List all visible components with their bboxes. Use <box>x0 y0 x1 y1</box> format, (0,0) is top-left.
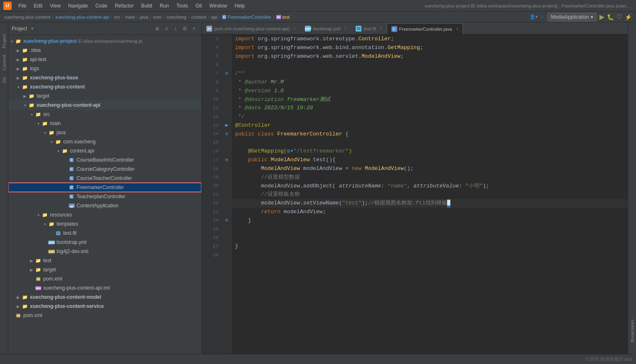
breadcrumb-com[interactable]: com <box>153 15 162 20</box>
side-tab-bookmarks[interactable]: Bookmarks <box>629 316 636 346</box>
tree-item-main[interactable]: ▾ 📁 main <box>8 119 201 128</box>
menu-help[interactable]: Help <box>231 2 248 10</box>
tree-item-log4j2[interactable]: ▶ xml log4j2-dev.xml <box>8 247 201 256</box>
breadcrumb-test-method[interactable]: test <box>282 15 290 20</box>
tree-item-templates[interactable]: ▾ 📁 templates <box>8 219 201 229</box>
fold-arrow-14[interactable]: ⊟ <box>225 131 228 138</box>
file-tree: ▾ 📁 xuecheng-plus-project E:\idea-worksp… <box>8 35 201 354</box>
side-tab-git[interactable]: Git <box>0 74 8 86</box>
tree-item-pom[interactable]: ▶ m pom.xml <box>8 274 201 283</box>
tree-item-TeacherplanController[interactable]: ▶ C TeacherplanController <box>8 192 201 201</box>
menu-build[interactable]: Build <box>138 2 156 10</box>
tab-bootstrap[interactable]: yml bootstrap.yml × <box>300 22 351 34</box>
fold-arrow-17[interactable]: ⊟ <box>225 157 228 164</box>
gutter-run-13[interactable]: ▶ <box>225 122 228 130</box>
tree-item-iml[interactable]: ▶ iml xuecheng-plus-content-api.iml <box>8 283 201 293</box>
tree-item-src[interactable]: ▾ 📁 src <box>8 110 201 119</box>
fold-arrow-24[interactable]: ⊟ <box>225 217 228 224</box>
coverage-button[interactable]: ⛉ <box>616 14 622 20</box>
menu-edit[interactable]: Edit <box>30 2 46 10</box>
java-tab-close[interactable]: × <box>456 27 458 31</box>
tree-item-bootstrap[interactable]: ▶ yml bootstrap.yml <box>8 238 201 247</box>
tree-item-target2[interactable]: ▶ 📁 target <box>8 265 201 274</box>
menu-code[interactable]: Code <box>92 2 111 10</box>
tree-item-content-api-pkg[interactable]: ▾ 📁 content.api <box>8 146 201 155</box>
tree-item-com-xuecheng[interactable]: ▾ 📁 com.xuecheng <box>8 137 201 146</box>
pom-tab-close[interactable]: × <box>294 26 296 31</box>
tree-item-ContentApplication[interactable]: ▶ ☕ ContentApplication <box>8 201 201 210</box>
breadcrumb-api2[interactable]: api <box>211 15 218 20</box>
tree-item-CourseBaseInfoController[interactable]: ▶ C CourseBaseInfoController <box>8 155 201 165</box>
collapse-button[interactable]: ≡ <box>162 25 171 33</box>
profile-button[interactable]: ⚡ <box>625 14 632 20</box>
breadcrumb-main[interactable]: main <box>125 15 135 20</box>
tree-item-project-root[interactable]: ▾ 📁 xuecheng-plus-project E:\idea-worksp… <box>8 37 201 46</box>
arrow-icon: ▶ <box>28 266 35 273</box>
tree-item-content-api[interactable]: ▾ 📁 xuecheng-plus-content-api <box>8 101 201 110</box>
menu-window[interactable]: Window <box>206 2 230 10</box>
tree-item-api-test[interactable]: ▶ 📁 api-test <box>8 55 201 64</box>
tree-item-testftl[interactable]: ▶ ftl test.ftl <box>8 229 201 238</box>
breadcrumb-src[interactable]: src <box>114 15 120 20</box>
bootstrap-tab-close[interactable]: × <box>344 26 346 31</box>
code-editor[interactable]: 3 4 5 6 7 8 9 10 11 12 13 14 15 16 17 18 <box>202 35 628 354</box>
menu-refactor[interactable]: Refactor <box>111 2 137 10</box>
ftl-tab-close[interactable]: × <box>380 26 382 31</box>
tree-item-CourseTeacherController[interactable]: ▶ C CourseTeacherController <box>8 174 201 183</box>
tab-testftl[interactable]: ftl test.ftl × <box>351 22 386 34</box>
tree-item-pom-root[interactable]: ▶ m pom.xml <box>8 311 201 320</box>
folder-icon: 📁 <box>55 138 62 145</box>
java-app-icon: ☕ <box>68 202 75 209</box>
tree-item-test[interactable]: ▶ 📁 test <box>8 256 201 265</box>
menu-run[interactable]: Run <box>156 2 172 10</box>
tree-item-java[interactable]: ▾ 📁 java <box>8 128 201 137</box>
user-icon[interactable]: 👤▾ <box>530 14 538 20</box>
menu-git[interactable]: Git <box>192 2 205 10</box>
breadcrumb-controller[interactable]: FreemarkerController <box>228 15 271 20</box>
tree-item-content-service[interactable]: ▶ 📁 xuecheng-plus-content-service <box>8 302 201 311</box>
tree-label: content.api <box>70 148 94 154</box>
code-lines[interactable]: import org.springframework.stereotype.Co… <box>232 35 628 354</box>
tree-item-idea[interactable]: ▶ 📁 .idea <box>8 46 201 55</box>
tab-pom[interactable]: m pom.xml (xuecheng-plus-content-api) × <box>202 22 300 34</box>
tree-label: log4j2-dev.xml <box>57 248 88 254</box>
debug-button[interactable]: 🐛 <box>607 14 614 20</box>
tree-item-base[interactable]: ▶ 📁 xuecheng-plus-base <box>8 73 201 82</box>
breadcrumb-content-api[interactable]: xuecheng-plus-content-api <box>55 15 109 20</box>
breadcrumb-content[interactable]: xuecheng-plus-content <box>4 15 50 20</box>
xml-icon: m <box>15 312 22 319</box>
tab-freemarker[interactable]: C FreemarkerController.java × <box>387 23 463 35</box>
menu-navigate[interactable]: Navigate <box>65 2 91 10</box>
menu-view[interactable]: View <box>47 2 64 10</box>
run-button[interactable]: ▶ <box>599 13 604 21</box>
code-line-10: * @description freemarker测试 <box>232 96 628 104</box>
tree-item-content-model[interactable]: ▶ 📁 xuecheng-plus-content-model <box>8 293 201 302</box>
sort-button[interactable]: ↕ <box>171 25 180 33</box>
breadcrumb-java[interactable]: java <box>140 15 148 20</box>
tree-item-resources[interactable]: ▾ 📁 resources <box>8 210 201 219</box>
locate-button[interactable]: ⊕ <box>153 25 161 33</box>
side-tab-project[interactable]: Project <box>0 31 8 52</box>
side-tab-commit[interactable]: Commit <box>0 52 8 74</box>
tree-item-FreemarkerController[interactable]: ▶ C FreemarkerController <box>8 183 201 192</box>
breadcrumb-content2[interactable]: content <box>191 15 206 20</box>
tree-item-logs[interactable]: ▶ 📁 logs <box>8 64 201 73</box>
tree-item-target1[interactable]: ▶ 📁 target <box>8 91 201 101</box>
breadcrumb-xuecheng[interactable]: xuecheng <box>166 15 186 20</box>
tree-item-content[interactable]: ▾ 📁 xuecheng-plus-content <box>8 82 201 91</box>
code-line-22: modelAndView.setViewName("test");//根据视图名… <box>232 199 628 208</box>
settings-button[interactable]: ⚙ <box>181 25 189 33</box>
fold-arrow-7[interactable]: ⊟ <box>225 71 228 77</box>
back-button[interactable]: ← <box>540 15 545 20</box>
tree-label: logs <box>30 66 39 71</box>
panel-dropdown[interactable]: ▾ <box>31 26 33 31</box>
java-tab-label: FreemarkerController.java <box>399 27 452 32</box>
tree-item-CourseCategoryController[interactable]: ▶ C CourseCategoryController <box>8 165 201 174</box>
menu-tools[interactable]: Tools <box>173 2 191 10</box>
code-line-23: return modelAndView; <box>232 208 628 216</box>
close-panel-button[interactable]: × <box>190 25 198 33</box>
yaml-icon: yml <box>48 239 55 246</box>
menu-file[interactable]: File <box>15 2 30 10</box>
run-config-selector[interactable]: MediaApplication ▾ <box>547 12 597 22</box>
java-c-icon: C <box>68 193 75 200</box>
